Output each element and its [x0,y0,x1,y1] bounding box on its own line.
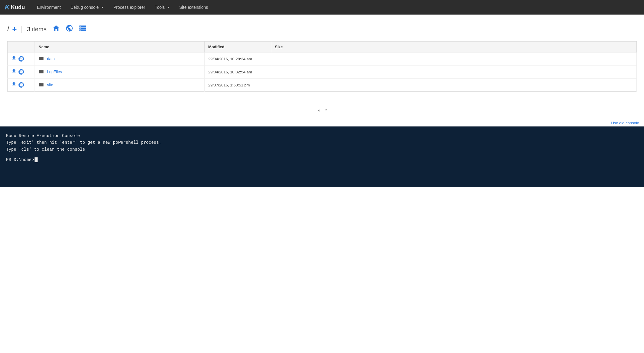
console-line-3: Type 'cls' to clear the console [6,146,638,153]
file-link-data[interactable]: data [47,56,55,61]
expand-down-arrow[interactable] [315,108,322,113]
delete-icon-site[interactable] [18,82,24,88]
row-actions-LogFiles [8,66,35,79]
row-name-site: site [35,79,205,92]
table-row: data29/04/2016, 10:28:24 am [8,52,637,66]
current-path: / [7,25,9,33]
tools-dropdown-arrow [167,7,170,8]
row-modified-site: 29/07/2016, 1:50:51 pm [205,79,271,92]
table-row: site29/07/2016, 1:50:51 pm [8,79,637,92]
console-cursor [35,157,38,162]
table-row: LogFiles29/04/2016, 10:32:54 am [8,66,637,79]
use-old-console-link[interactable]: Use old console [0,119,644,126]
col-header-name: Name [35,42,205,52]
console-line-2: Type 'exit' then hit 'enter' to get a ne… [6,139,638,146]
nav-site-extensions[interactable]: Site extensions [175,0,213,15]
toolbar-divider: | [21,25,23,33]
download-icon-LogFiles[interactable] [11,69,17,75]
console-wrapper: Use old console Kudu Remote Execution Co… [0,119,644,187]
logo-k: K [5,3,10,11]
row-name-data: data [35,52,205,66]
row-actions-data [8,52,35,66]
add-folder-button[interactable]: + [12,25,17,34]
download-icon-site[interactable] [11,82,17,88]
row-modified-LogFiles: 29/04/2016, 10:32:54 am [205,66,271,79]
debug-console-dropdown-arrow [101,7,104,8]
item-count: 3 items [27,26,46,33]
row-size-LogFiles [271,66,637,79]
navbar: KKudu Environment Debug console Process … [0,0,644,15]
nav-tools[interactable]: Tools [150,0,175,15]
console-prompt-line[interactable]: PS D:\home> [6,156,638,163]
collapse-up-arrow[interactable] [323,107,329,114]
col-header-modified: Modified [205,42,271,52]
main-content: / + | 3 items Name Mo [0,15,644,101]
table-header-row: Name Modified Size [8,42,637,52]
row-modified-data: 29/04/2016, 10:28:24 am [205,52,271,66]
home-icon[interactable] [52,24,60,34]
console-terminal[interactable]: Kudu Remote Execution Console Type 'exit… [0,126,644,187]
row-actions-site [8,79,35,92]
row-size-data [271,52,637,66]
delete-icon-LogFiles[interactable] [18,69,24,75]
console-line-1: Kudu Remote Execution Console [6,133,638,139]
row-name-LogFiles: LogFiles [35,66,205,79]
col-header-size: Size [271,42,637,52]
file-toolbar: / + | 3 items [7,24,637,34]
folder-icon-LogFiles [38,69,45,74]
file-table: Name Modified Size data29/04/2016, 10:28… [7,41,637,92]
globe-icon[interactable] [65,24,73,34]
drive-icon[interactable] [79,24,87,34]
logo[interactable]: KKudu [5,3,25,11]
delete-icon-data[interactable] [18,56,24,62]
nav-debug-console[interactable]: Debug console [65,0,108,15]
col-header-actions [8,42,35,52]
folder-icon-site [38,82,45,87]
resizer-area [0,101,644,119]
row-size-site [271,79,637,92]
nav-environment[interactable]: Environment [32,0,66,15]
console-prompt-text: PS D:\home> [6,156,34,163]
nav-process-explorer[interactable]: Process explorer [108,0,150,15]
file-link-LogFiles[interactable]: LogFiles [47,69,62,74]
download-icon-data[interactable] [11,55,17,62]
file-link-site[interactable]: site [47,82,53,87]
folder-icon-data [38,56,45,61]
